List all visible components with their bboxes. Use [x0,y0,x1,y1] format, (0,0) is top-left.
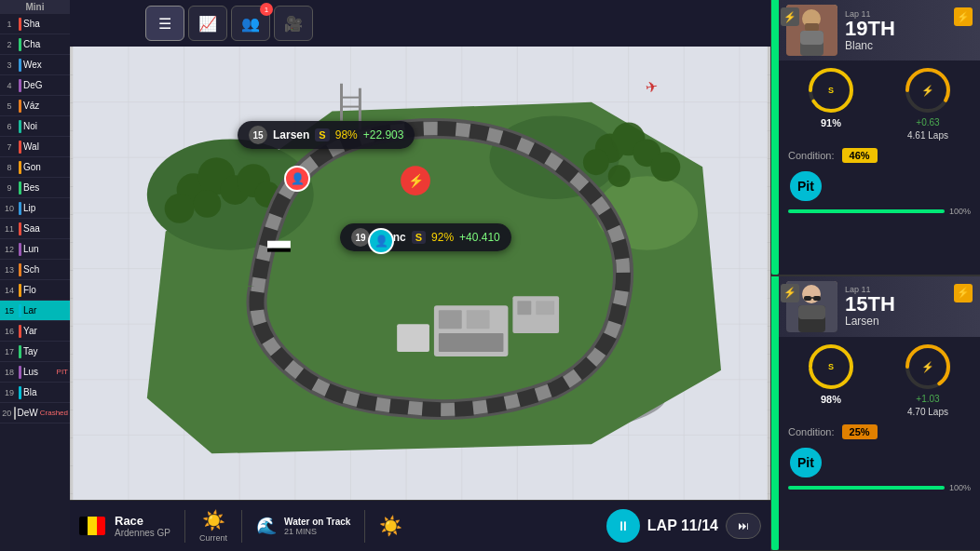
row-pos-13: 13 [2,265,17,275]
row-pos-18: 18 [2,368,17,377]
race-sublabel: Ardennes GP [115,528,170,538]
row-pos-14: 14 [2,286,17,295]
drivers-badge: 1 [260,3,273,16]
blanc-progress-bar [788,209,945,213]
row-name-3: Wex [23,60,68,70]
sidebar-row-10[interactable]: 10Lip [0,198,70,219]
row-name-4: DeG [23,80,68,90]
sidebar-row-16[interactable]: 16Yar [0,321,70,342]
blanc-delta-gauge: ⚡ [904,66,952,114]
sidebar-row-18[interactable]: 18LusPIT [0,362,70,383]
blanc-laps-value: 4.61 Laps [907,130,948,141]
row-pos-15: 15 [2,306,17,316]
sidebar-row-19[interactable]: 19Bla [0,383,70,403]
energy-icon-larsen: ⚡ [957,287,970,299]
sidebar-row-4[interactable]: 4DeG [0,75,70,96]
sidebar-row-3[interactable]: 3Wex [0,55,70,75]
row-name-20: DeW [18,408,38,418]
sidebar-row-15[interactable]: 15Lar [0,301,70,321]
menu-button[interactable]: ☰ [145,6,184,41]
sidebar-row-11[interactable]: 11Saa [0,219,70,239]
row-name-18: Lus [23,367,55,377]
row-color-bar-17 [19,345,21,358]
chart-button[interactable]: 📈 [188,6,227,41]
car-marker-larsen[interactable]: 👤 [284,166,310,192]
belgian-flag [79,517,105,535]
row-color-bar-16 [19,325,21,338]
blanc-bottom-bar: 100% [779,205,980,221]
sidebar-row-8[interactable]: 8Gon [0,157,70,178]
row-pos-10: 10 [2,204,17,213]
larsen-condition-row: Condition: 25% [779,423,980,444]
fast-forward-button[interactable]: ⏭ [726,513,761,539]
ff-icon: ⏭ [738,519,749,532]
sidebar-row-13[interactable]: 13Sch [0,260,70,280]
sidebar-row-1[interactable]: 1Sha [0,14,70,34]
water-section: 🌊 Water on Track 21 MINS [256,516,350,536]
larsen-battery-icon: S [315,128,329,141]
larsen-driver-name: Larsen [273,128,309,141]
blanc-marker-icon: 👤 [374,235,388,248]
blanc-stats: S 91% ⚡ +0.63 4.61 Laps [779,60,980,146]
larsen-battery-pct: 98% [335,128,358,141]
car-label-larsen[interactable]: 15 Larsen S 98% +22.903 [238,121,415,149]
row-extra-20: Crashed [40,409,68,417]
weather-next-icon: ☀️ [379,515,402,537]
blanc-stat-energy: S 91% [786,66,876,141]
flag-yellow [88,517,96,535]
driver-card-blanc: ⚡ [771,0,980,276]
sidebar-row-14[interactable]: 14Flo [0,280,70,301]
row-pos-17: 17 [2,347,17,356]
sidebar-row-9[interactable]: 9Bes [0,178,70,198]
row-extra-18: PIT [57,368,68,376]
flag-black [79,517,88,535]
sidebar-row-12[interactable]: 12Lun [0,239,70,260]
blanc-energy-gauge: S [807,66,855,114]
row-pos-3: 3 [2,60,17,70]
larsen-energy-bar-fill [771,276,779,551]
sidebar-row-17[interactable]: 17Tay [0,342,70,362]
blanc-pit-button[interactable]: Pit [790,171,822,201]
blanc-stat-delta: ⚡ +0.63 4.61 Laps [883,66,973,141]
sidebar-row-6[interactable]: 6Noi [0,116,70,137]
row-color-bar-3 [19,59,21,72]
blanc-energy-icon: ⚡ [954,7,973,26]
car-label-blanc[interactable]: 19 Blanc S 92% +40.410 [340,223,511,251]
lap-controls: ⏸ LAP 11/14 ⏭ [606,509,761,543]
sidebar-row-5[interactable]: 5Váz [0,96,70,116]
larsen-pit-button[interactable]: Pit [790,448,822,477]
sidebar-title: Mini [0,0,70,14]
row-color-bar-15 [19,304,21,317]
svg-rect-46 [267,241,291,249]
larsen-condition-label: Condition: [788,426,835,437]
toolbar-menu-wrapper: ☰ [145,6,184,41]
row-pos-2: 2 [2,40,17,49]
camera-button[interactable]: 🎥 [274,6,313,41]
larsen-gap: +22.903 [363,128,404,141]
blanc-gap: +40.410 [459,231,500,244]
row-name-12: Lun [23,244,68,254]
row-name-8: Gon [23,162,68,172]
blanc-card-header: Lap 11 19TH Blanc ⚡ [779,0,980,60]
svg-rect-40 [467,310,490,329]
svg-point-35 [583,149,609,175]
sidebar-row-2[interactable]: 2Cha [0,34,70,55]
pause-button[interactable]: ⏸ [606,509,640,543]
blanc-condition-label: Condition: [788,150,835,161]
deploy-icon-larsen: ⚡ [783,287,796,299]
blanc-name: Blanc [845,39,973,52]
svg-rect-70 [798,305,825,319]
larsen-card-header: Lap 11 15TH Larsen ⚡ [779,276,980,337]
row-pos-11: 11 [2,224,17,234]
larsen-energy-center-icon: S [828,362,834,371]
blanc-energy-center-icon: S [828,86,834,95]
row-color-bar-2 [19,38,21,51]
row-pos-12: 12 [2,245,17,254]
car-marker-blanc[interactable]: 👤 [368,228,394,254]
row-color-bar-11 [19,222,21,235]
row-pos-20: 20 [2,409,12,418]
sidebar-row-7[interactable]: 7Wal [0,137,70,157]
sidebar-row-20[interactable]: 20DeWCrashed [0,403,70,423]
larsen-name: Larsen [845,315,973,328]
flag-red [97,517,105,535]
